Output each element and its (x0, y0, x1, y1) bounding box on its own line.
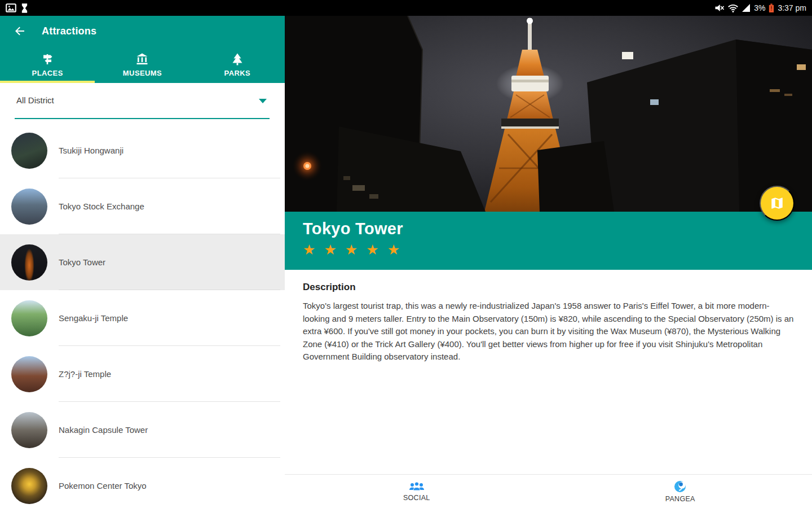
district-dropdown-underline (15, 118, 270, 119)
list-item-tokyo-tower[interactable]: Tokyo Tower (0, 234, 285, 290)
attractions-list: Tsukiji Hongwanji Tokyo Stock Exchange T… (0, 120, 285, 508)
list-item-pokemon-center-tokyo[interactable]: Pokemon Center Tokyo (0, 458, 285, 508)
list-item-label: Pokemon Center Tokyo (59, 481, 147, 491)
nav-item-social[interactable]: SOCIAL (285, 475, 549, 508)
attractions-sidebar: Attractions PLACES (0, 16, 285, 508)
district-dropdown-value: All District (16, 95, 54, 105)
wifi-icon (728, 4, 738, 12)
attraction-title: Tokyo Tower (303, 212, 812, 238)
app-bar: Attractions (0, 16, 285, 46)
list-item-nakagin-capsule-tower[interactable]: Nakagin Capsule Tower (0, 402, 285, 458)
description-text: Tokyo's largest tourist trap, this was a… (303, 300, 796, 364)
list-item-tsukiji-hongwanji[interactable]: Tsukiji Hongwanji (0, 122, 285, 178)
detail-content: Description Tokyo's largest tourist trap… (285, 270, 812, 364)
list-item-label: Tsukiji Hongwanji (59, 146, 123, 155)
tab-places-label: PLACES (32, 69, 63, 77)
arrow-back-icon (13, 24, 27, 38)
clock: 3:37 pm (778, 3, 806, 12)
battery-low-icon (769, 3, 774, 13)
signpost-icon (41, 52, 54, 66)
status-bar: 3% 3:37 pm (0, 0, 812, 16)
tab-parks[interactable]: PARKS (190, 46, 285, 83)
attraction-thumbnail (11, 300, 47, 336)
district-dropdown[interactable]: All District (0, 83, 285, 120)
nav-pangea-label: PANGEA (665, 495, 695, 503)
list-item-label: Z?j?-ji Temple (59, 369, 111, 379)
tab-parks-label: PARKS (224, 69, 251, 77)
nav-social-label: SOCIAL (403, 494, 430, 502)
attraction-thumbnail (11, 133, 47, 169)
page-title: Attractions (42, 25, 96, 37)
map-fab-button[interactable] (760, 186, 795, 221)
map-icon (770, 196, 784, 211)
pangea-wave-icon (673, 480, 687, 493)
image-icon (6, 3, 16, 12)
chevron-down-icon (259, 99, 267, 103)
detail-title-bar: Tokyo Tower ★★★★★ (285, 212, 812, 270)
tree-icon (231, 52, 244, 66)
list-item-label: Tokyo Stock Exchange (59, 202, 144, 211)
tab-places[interactable]: PLACES (0, 46, 95, 83)
tab-bar: PLACES MUSEUMS (0, 46, 285, 83)
attraction-thumbnail (11, 244, 47, 281)
list-item-label: Sengaku-ji Temple (59, 313, 128, 323)
attraction-thumbnail (11, 189, 47, 225)
list-item-tokyo-stock-exchange[interactable]: Tokyo Stock Exchange (0, 178, 285, 234)
tab-museums-label: MUSEUMS (123, 69, 162, 77)
hero-photo-tokyo-tower (285, 16, 812, 212)
volume-muted-icon (714, 3, 725, 12)
list-item-label: Tokyo Tower (59, 257, 105, 267)
attraction-thumbnail (11, 412, 47, 448)
rating-stars: ★★★★★ (303, 243, 812, 257)
people-group-icon (409, 481, 425, 492)
list-item-label: Nakagin Capsule Tower (59, 425, 148, 435)
battery-percent: 3% (754, 3, 765, 12)
hourglass-icon (21, 3, 28, 13)
attraction-thumbnail (11, 356, 47, 392)
attraction-detail-pane: Tokyo Tower ★★★★★ Description Tokyo's la… (285, 16, 812, 508)
attraction-thumbnail (11, 468, 47, 504)
description-heading: Description (303, 282, 796, 293)
sidebar-header: Attractions PLACES (0, 16, 285, 83)
list-item-zojoji-temple[interactable]: Z?j?-ji Temple (0, 346, 285, 402)
signal-strength-icon (742, 4, 751, 12)
bottom-navigation: SOCIAL PANGEA (285, 474, 812, 508)
back-button[interactable] (12, 24, 27, 38)
status-bar-notifications (6, 3, 28, 13)
app-screen: 3% 3:37 pm Attractions (0, 0, 812, 508)
tab-museums[interactable]: MUSEUMS (95, 46, 189, 83)
museum-building-icon (135, 52, 149, 66)
list-item-sengakuji-temple[interactable]: Sengaku-ji Temple (0, 290, 285, 346)
nav-item-pangea[interactable]: PANGEA (549, 475, 812, 508)
